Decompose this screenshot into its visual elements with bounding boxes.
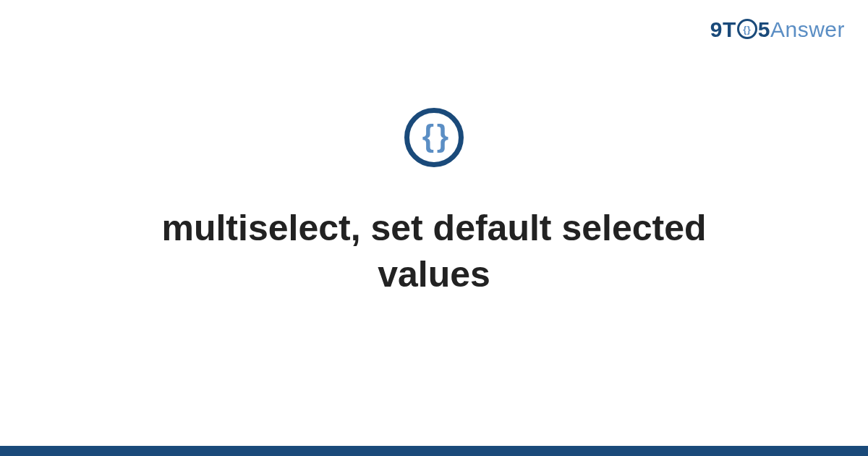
main-content: { } multiselect, set default selected va… xyxy=(0,0,868,456)
braces-icon: { } xyxy=(422,121,446,151)
category-icon-circle: { } xyxy=(404,108,464,167)
page-title: multiselect, set default selected values xyxy=(72,205,796,297)
footer-bar xyxy=(0,446,868,456)
